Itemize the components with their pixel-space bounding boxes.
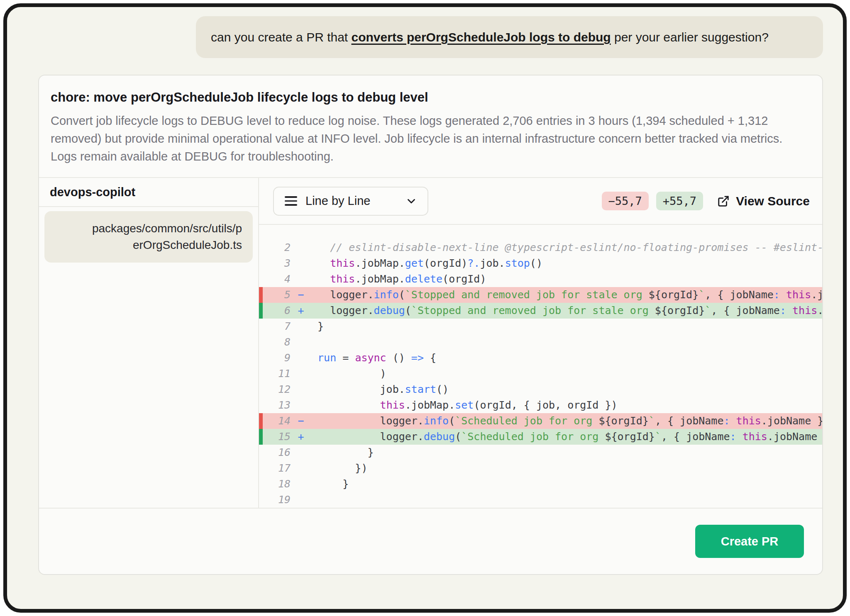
pr-title: chore: move perOrgScheduleJob lifecycle … [51, 90, 811, 105]
diff-line-4: 4 this.jobMap.delete(orgId) [259, 271, 822, 287]
code-text: logger.debug(`Stopped and removed job fo… [311, 303, 822, 319]
diff-marker [291, 271, 311, 287]
diff-line-13: 13 this.jobMap.set(orgId, { job, orgId }… [259, 397, 822, 413]
diff-marker [291, 492, 311, 508]
code-text [311, 492, 822, 508]
diff-marker [291, 366, 311, 382]
code-text: } [311, 476, 822, 492]
diff-marker [291, 240, 311, 256]
line-number: 3 [259, 256, 291, 271]
diff-line-17: 17 }) [259, 460, 822, 476]
create-pr-button[interactable]: Create PR [695, 525, 804, 558]
diff-line-5: 5− logger.info(`Stopped and removed job … [259, 287, 822, 303]
diff-panel: Line by Line −55,7 +55,7 View Source [259, 178, 822, 508]
diff-marker [291, 319, 311, 334]
code-text: this.jobMap.set(orgId, { job, orgId }) [311, 397, 822, 413]
file-item-perorgschedulejob[interactable]: packages/common/src/utils/perOrgSchedule… [44, 211, 253, 263]
code-text: job.start() [311, 382, 822, 397]
diff-line-19: 19 [259, 492, 822, 508]
diff-line-6: 6+ logger.debug(`Stopped and removed job… [259, 303, 822, 319]
view-mode-label: Line by Line [305, 194, 370, 208]
line-number: 5 [259, 287, 291, 303]
code-text: this.jobMap.delete(orgId) [311, 271, 822, 287]
diff-line-7: 7 } [259, 319, 822, 334]
code-text [311, 334, 822, 350]
diff-marker [291, 350, 311, 366]
user-message-bubble: can you create a PR that converts perOrg… [196, 16, 823, 58]
line-number: 4 [259, 271, 291, 287]
file-list: packages/common/src/utils/perOrgSchedule… [39, 207, 258, 267]
lines-icon [285, 196, 297, 206]
diff-marker [291, 476, 311, 492]
line-number: 14 [259, 413, 291, 429]
diff-line-15: 15+ logger.debug(`Scheduled job for org … [259, 429, 822, 445]
diff-marker [291, 256, 311, 271]
line-number: 7 [259, 319, 291, 334]
diff-line-2: 2 // eslint-disable-next-line @typescrip… [259, 240, 822, 256]
diff-marker: − [291, 287, 311, 303]
user-message-text: can you create a PR that [211, 30, 352, 44]
diff-marker: + [291, 303, 311, 319]
code-text: }) [311, 460, 822, 476]
line-number: 2 [259, 240, 291, 256]
diff-marker: + [291, 429, 311, 445]
line-number: 17 [259, 460, 291, 476]
code-text: } [311, 319, 822, 334]
line-number: 15 [259, 429, 291, 445]
chevron-down-icon [405, 195, 418, 207]
line-number: 19 [259, 492, 291, 508]
diff-marker: − [291, 413, 311, 429]
deletions-badge: −55,7 [602, 192, 649, 210]
pr-description: Convert job lifecycle logs to DEBUG leve… [51, 112, 811, 166]
pr-card-header: chore: move perOrgScheduleJob lifecycle … [39, 75, 822, 177]
diff-marker [291, 460, 311, 476]
code-text: run = async () => { [311, 350, 822, 366]
pr-card: chore: move perOrgScheduleJob lifecycle … [38, 75, 823, 575]
line-number: 16 [259, 445, 291, 460]
code-text: logger.debug(`Scheduled job for org ${or… [311, 429, 822, 445]
user-message-text-suffix: per your earlier suggestion? [611, 30, 769, 44]
view-mode-select[interactable]: Line by Line [273, 187, 428, 216]
view-source-link[interactable]: View Source [717, 194, 810, 208]
file-sidebar: devops-copilot packages/common/src/utils… [39, 178, 259, 508]
line-number: 8 [259, 334, 291, 350]
file-path: packages/common/src/utils/perOrgSchedule… [88, 220, 242, 253]
view-source-label: View Source [736, 194, 810, 208]
code-text: logger.info(`Scheduled job for org ${org… [311, 413, 822, 429]
diff-marker [291, 334, 311, 350]
pr-card-body: devops-copilot packages/common/src/utils… [39, 177, 822, 509]
pr-card-footer: Create PR [39, 509, 822, 574]
external-link-icon [717, 195, 730, 207]
diff-line-11: 11 ) [259, 366, 822, 382]
diff-line-8: 8 [259, 334, 822, 350]
diff-marker [291, 397, 311, 413]
code-text: ) [311, 366, 822, 382]
code-text: logger.info(`Stopped and removed job for… [311, 287, 822, 303]
additions-badge: +55,7 [656, 192, 703, 210]
code-text: // eslint-disable-next-line @typescript-… [311, 240, 822, 256]
diff-toolbar: Line by Line −55,7 +55,7 View Source [259, 178, 822, 225]
diff-line-3: 3 this.jobMap.get(orgId)?.job.stop() [259, 256, 822, 271]
diff-marker [291, 382, 311, 397]
diff-line-14: 14− logger.info(`Scheduled job for org $… [259, 413, 822, 429]
diff-code-area[interactable]: 2 // eslint-disable-next-line @typescrip… [259, 225, 822, 508]
code-text: } [311, 445, 822, 460]
line-number: 11 [259, 366, 291, 382]
code-text: this.jobMap.get(orgId)?.job.stop() [311, 256, 822, 271]
diff-line-16: 16 } [259, 445, 822, 460]
diff-line-9: 9 run = async () => { [259, 350, 822, 366]
diff-line-18: 18 } [259, 476, 822, 492]
line-number: 18 [259, 476, 291, 492]
line-number: 6 [259, 303, 291, 319]
line-number: 13 [259, 397, 291, 413]
line-number: 9 [259, 350, 291, 366]
user-message-bold-text: converts perOrgScheduleJob logs to debug [352, 30, 611, 44]
repo-name: devops-copilot [39, 178, 258, 207]
line-number: 12 [259, 382, 291, 397]
app-frame: can you create a PR that converts perOrg… [3, 3, 847, 613]
diff-line-12: 12 job.start() [259, 382, 822, 397]
diff-marker [291, 445, 311, 460]
diff-stats: −55,7 +55,7 View Source [602, 192, 810, 210]
page-content: can you create a PR that converts perOrg… [7, 7, 843, 575]
